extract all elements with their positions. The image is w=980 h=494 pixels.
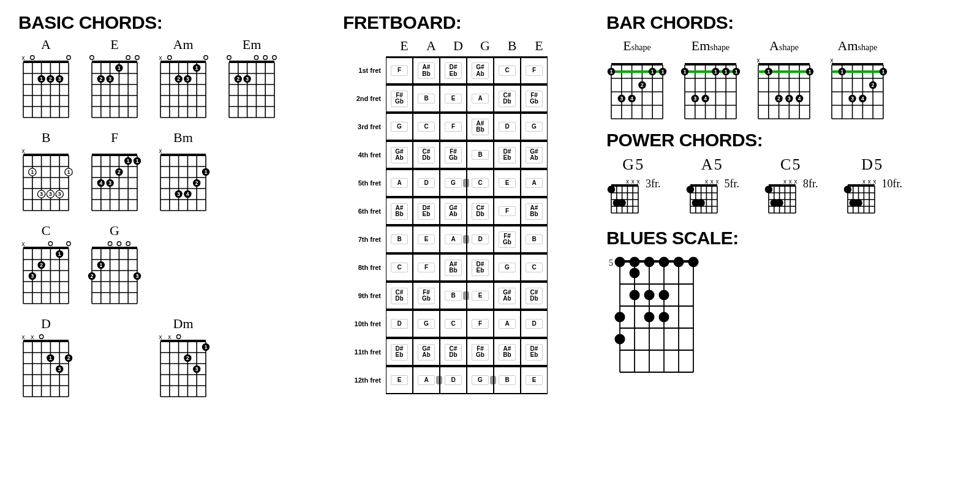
fret-cell: A#Bb <box>494 339 521 365</box>
blues-scale-heading: BLUES SCALE: <box>606 228 949 249</box>
fret-note: B <box>472 150 489 160</box>
svg-point-360 <box>697 199 704 206</box>
svg-rect-282 <box>758 63 810 65</box>
bar-chord-e: Eshape111234 <box>606 38 668 122</box>
svg-text:3: 3 <box>246 76 249 82</box>
fret-cell: G <box>521 114 548 140</box>
fret-note: C <box>391 263 408 273</box>
chord-c: Cx123 <box>18 224 74 307</box>
fret-cell: C <box>494 58 521 83</box>
power-chord-name: A5 <box>685 155 740 174</box>
fret-note: E <box>391 375 408 386</box>
svg-text:2: 2 <box>195 180 198 186</box>
fret-cell: D#Eb <box>467 255 494 280</box>
fret-cell: D <box>413 170 440 196</box>
chord-name: G <box>87 224 142 238</box>
svg-text:2: 2 <box>118 169 121 175</box>
fret-cells: CFA#BbD#EbGC <box>386 253 548 282</box>
chord-name: A <box>18 38 74 51</box>
svg-text:x: x <box>626 178 629 185</box>
fret-cell: C#Db <box>386 283 413 309</box>
fret-note: A <box>526 178 543 189</box>
svg-text:4: 4 <box>798 95 801 102</box>
svg-text:1: 1 <box>882 69 885 75</box>
fret-cell: F <box>413 255 440 280</box>
fret-cell: D#Eb <box>521 339 548 365</box>
fret-cell: B <box>521 226 548 252</box>
fret-cell: G <box>386 114 413 140</box>
fret-note: D#Eb <box>472 260 489 276</box>
svg-point-377 <box>775 199 783 206</box>
fret-note: B <box>391 234 408 245</box>
guitar-cheatsheet: BASIC CHORDS: Ax123E123Amx123Em23Bx11333… <box>18 12 962 410</box>
fret-row: 9th fretC#DbF#GbBEG#AbC#Db <box>343 282 570 310</box>
svg-rect-215 <box>160 340 206 342</box>
fretboard-body: 1st fretFA#BbD#EbG#AbCF2nd fretF#GbBEAC#… <box>343 56 570 394</box>
bar-chord-em: Emshape111134 <box>680 38 741 122</box>
fret-note: A#Bb <box>526 203 543 220</box>
svg-text:2: 2 <box>40 262 43 268</box>
fret-cells: ADGCEA <box>386 169 548 197</box>
svg-point-408 <box>615 257 625 268</box>
fret-note: G <box>472 375 489 386</box>
bar-chord-label: Eshape <box>606 38 668 54</box>
fret-note: D#Eb <box>391 344 408 361</box>
fret-note: G#Ab <box>418 344 435 361</box>
svg-text:2: 2 <box>641 82 644 88</box>
svg-text:2: 2 <box>49 76 52 82</box>
open-string-label: E <box>526 38 552 54</box>
bar-chord-label: Emshape <box>680 38 741 54</box>
svg-point-415 <box>630 290 640 301</box>
chord-name: F <box>87 131 142 144</box>
svg-text:3: 3 <box>693 95 696 102</box>
svg-text:4: 4 <box>630 95 633 102</box>
fret-row: 5th fretADGCEA <box>343 169 570 197</box>
basic-chords-column: BASIC CHORDS: Ax123E123Amx123Em23Bx11333… <box>18 12 306 410</box>
chord-name: Am <box>156 38 211 51</box>
svg-text:x: x <box>794 178 797 185</box>
fret-cell: D <box>386 311 413 337</box>
fret-note: D <box>472 234 489 245</box>
fret-cell: B <box>413 86 440 111</box>
svg-text:x: x <box>22 241 25 247</box>
chord-name: B <box>18 131 74 144</box>
fret-cell: E <box>440 86 467 111</box>
svg-point-44 <box>204 56 208 59</box>
fret-cell: A <box>521 170 548 196</box>
fret-cell: C#Db <box>440 339 467 365</box>
svg-point-413 <box>688 257 699 268</box>
basic-chords-grid: Ax123E123Amx123Em23Bx11333F11243Bmx1234C… <box>18 38 306 400</box>
fret-cell: A#Bb <box>440 255 467 280</box>
fret-row: 6th fretA#BbD#EbG#AbC#DbFA#Bb <box>343 197 570 225</box>
svg-point-2 <box>67 56 70 59</box>
svg-text:1: 1 <box>99 262 102 268</box>
svg-rect-347 <box>690 184 717 187</box>
fret-cell: F#Gb <box>386 86 413 111</box>
fret-cells: F#GbBEAC#DbF#Gb <box>386 84 548 113</box>
svg-rect-67 <box>229 61 274 63</box>
fret-cells: EADGBE <box>386 366 548 394</box>
svg-text:1: 1 <box>662 69 665 75</box>
svg-point-416 <box>644 290 655 301</box>
fret-note: D <box>499 122 516 132</box>
fret-note: D#Eb <box>418 203 435 220</box>
svg-point-412 <box>674 257 684 268</box>
fret-note: C <box>472 178 489 189</box>
svg-point-420 <box>659 312 669 323</box>
svg-text:x: x <box>22 334 25 340</box>
chord-b: Bx11333 <box>18 131 74 214</box>
svg-text:3: 3 <box>58 366 61 372</box>
fret-cell: E <box>386 367 413 393</box>
fret-note: C#Db <box>472 203 489 220</box>
fret-cells: FA#BbD#EbG#AbCF <box>386 56 548 84</box>
svg-text:1: 1 <box>714 69 717 75</box>
fret-cell: F#Gb <box>467 339 494 365</box>
fret-label: 4th fret <box>343 151 386 159</box>
bar-chords-row: Eshape111234Emshape111134Ashapex11234Ams… <box>606 38 949 122</box>
svg-text:4: 4 <box>99 180 102 186</box>
svg-text:x: x <box>637 178 640 185</box>
svg-text:x: x <box>22 148 25 154</box>
fretboard-open-strings: EADGBE <box>391 38 570 54</box>
svg-point-66 <box>273 56 276 59</box>
power-chord-c5: C5 xxx 8fr. <box>764 155 818 217</box>
